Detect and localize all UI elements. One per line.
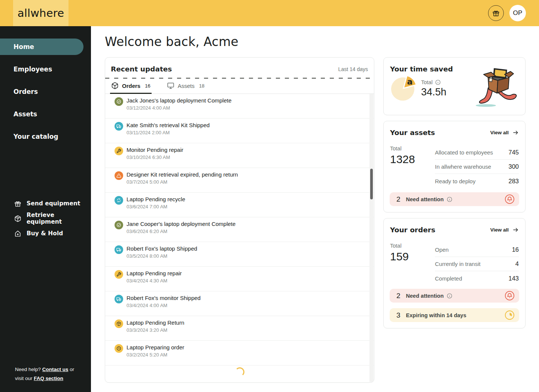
- updates-scrollbar-track[interactable]: [369, 94, 374, 382]
- alert-count: 2: [396, 195, 401, 203]
- alert-triangle-icon: [115, 171, 123, 180]
- recycle-icon: [115, 196, 123, 205]
- info-icon[interactable]: [447, 196, 453, 202]
- stat-label: Currently in transit: [435, 261, 481, 267]
- update-title: Designer Kit retrieval expired, pending …: [105, 168, 374, 178]
- sidebar-item-assets[interactable]: Assets: [0, 106, 91, 122]
- stat-value: 4: [515, 260, 519, 267]
- check-circle-icon: [115, 221, 123, 229]
- page-title: Welcome back, Acme: [105, 34, 238, 49]
- rewards-button[interactable]: [488, 5, 504, 21]
- update-timestamp: 03/11/2024 2:00 AM: [105, 128, 374, 135]
- update-title: Laptop Pending repair: [105, 267, 374, 276]
- stat-label: In allwhere warehouse: [435, 163, 491, 170]
- sidebar-item-label: Employees: [13, 65, 52, 73]
- alerts: 2 Need attention: [390, 192, 519, 206]
- avatar-initials: OP: [513, 9, 522, 17]
- time-saved-pie-chart: a: [389, 73, 418, 102]
- tab-orders[interactable]: Orders 16: [110, 78, 152, 94]
- view-all-link[interactable]: View all: [490, 129, 519, 136]
- recent-updates-title: Recent updates: [111, 65, 172, 73]
- total-label: Total: [390, 146, 402, 151]
- update-timestamp: 03/4/2024 4:00 AM: [105, 301, 374, 308]
- update-timestamp: 03/5/2024 8:00 AM: [105, 252, 374, 259]
- card-title: Your assets: [390, 129, 435, 137]
- update-title: Laptop Pending recycle: [105, 193, 374, 202]
- stat-row: Open 16: [435, 243, 519, 257]
- stat-value: 143: [508, 275, 519, 282]
- stat-value: 283: [508, 178, 519, 185]
- brand-logo-text: allwhere: [18, 7, 64, 19]
- update-list-item[interactable]: Monitor Pending repair 03/10/2024 6:30 A…: [105, 143, 374, 168]
- bell-icon: [505, 194, 515, 204]
- alert-pill-need-attention[interactable]: 2 Need attention: [390, 289, 519, 303]
- update-timestamp: 03/2/2024 5:20 AM: [105, 350, 374, 358]
- info-icon[interactable]: [435, 79, 441, 85]
- timer-icon: [505, 310, 515, 320]
- updates-scrollbar-thumb[interactable]: [370, 169, 373, 199]
- update-list-item[interactable]: Designer Kit retrieval expired, pending …: [105, 168, 374, 193]
- update-list-item[interactable]: Laptop Preparing order 03/2/2024 5:20 AM: [105, 341, 374, 365]
- update-list-item[interactable]: Robert Fox's laptop Shipped 03/5/2024 8:…: [105, 242, 374, 267]
- stat-label: Allocated to employees: [435, 149, 493, 156]
- alert-pill-expiring-within-14-days[interactable]: 3 Expiring within 14 days: [390, 308, 519, 322]
- update-timestamp: 03/6/2024 7:00 AM: [105, 202, 374, 209]
- stats-table: Allocated to employees 745 In allwhere w…: [435, 146, 519, 188]
- help-prefix: Need help?: [15, 367, 41, 372]
- alert-pill-need-attention[interactable]: 2 Need attention: [390, 192, 519, 206]
- alert-label-text: Expiring within 14 days: [406, 312, 466, 318]
- alert-count: 3: [396, 311, 401, 319]
- view-all-link[interactable]: View all: [490, 227, 519, 233]
- stat-label: Ready to deploy: [435, 178, 475, 184]
- update-list-item[interactable]: Kate Smith's retrieval Kit Shipped 03/11…: [105, 119, 374, 143]
- update-list-item[interactable]: Laptop Pending recycle 03/6/2024 7:00 AM: [105, 193, 374, 217]
- wrench-icon: [115, 147, 123, 155]
- sidebar-item-employees[interactable]: Employees: [0, 61, 91, 77]
- time-saved-value: 34.5h: [421, 86, 447, 98]
- sidebar-action-send-equipment[interactable]: Send equipment: [0, 196, 91, 211]
- time-saved-title: Your time saved: [390, 65, 453, 73]
- stat-row: Ready to deploy 283: [435, 174, 519, 188]
- sidebar-item-home[interactable]: Home: [0, 39, 83, 55]
- sidebar-item-label: Orders: [13, 88, 38, 95]
- package-icon: [14, 215, 21, 222]
- total-value: 1328: [390, 153, 435, 166]
- clock-icon: [115, 344, 123, 353]
- update-title: Laptop Preparing order: [105, 341, 374, 350]
- avatar[interactable]: OP: [509, 5, 526, 21]
- alert-label: Expiring within 14 days: [406, 312, 466, 318]
- view-all-label: View all: [490, 227, 509, 233]
- check-circle-icon: [115, 97, 123, 106]
- sidebar-item-your-catalog[interactable]: Your catalog: [0, 128, 91, 145]
- update-list-item[interactable]: Robert Fox's monitor Shipped 03/4/2024 4…: [105, 291, 374, 316]
- truck-icon: [115, 122, 123, 131]
- contact-us-link[interactable]: Contact us: [42, 367, 68, 372]
- updates-list: Jack Jones's laptop deployment Complete …: [105, 94, 374, 382]
- stat-row: Completed 143: [435, 271, 519, 285]
- sidebar-action-buy-hold[interactable]: Buy & Hold: [0, 226, 91, 241]
- card-title: Your orders: [390, 226, 435, 234]
- brand-logo[interactable]: allwhere: [13, 0, 68, 26]
- tab-assets[interactable]: Assets 18: [166, 78, 205, 94]
- main-content: Welcome back, Acme Recent updates Last 1…: [91, 26, 539, 392]
- sidebar-action-retrieve-equipment[interactable]: Retrieve equipment: [0, 211, 91, 226]
- update-list-item[interactable]: Laptop Pending repair 03/4/2024 4:30 AM: [105, 267, 374, 291]
- stat-value: 16: [512, 246, 519, 253]
- update-title: Laptop Pending Return: [105, 316, 374, 326]
- update-timestamp: 03/4/2024 4:30 AM: [105, 276, 374, 284]
- update-list-item[interactable]: Jane Cooper's laptop deployment Complete…: [105, 217, 374, 242]
- update-list-item[interactable]: Jack Jones's laptop deployment Complete …: [105, 94, 374, 119]
- sidebar-item-orders[interactable]: Orders: [0, 83, 91, 100]
- loading-spinner: [235, 367, 244, 377]
- update-timestamp: 03/6/2024 6:20 AM: [105, 227, 374, 234]
- update-timestamp: 03/12/2024 4:00 AM: [105, 104, 374, 111]
- stat-label: Completed: [435, 275, 462, 282]
- faq-link[interactable]: FAQ section: [34, 376, 63, 381]
- action-label: Buy & Hold: [27, 230, 63, 237]
- home-plus-icon: [14, 230, 21, 237]
- sidebar-item-label: Assets: [13, 110, 37, 118]
- info-icon[interactable]: [447, 293, 453, 299]
- date-range-label: Last 14 days: [338, 66, 368, 72]
- truck-icon: [115, 245, 123, 254]
- update-list-item[interactable]: Laptop Pending Return 03/3/2024 3:20 AM: [105, 316, 374, 341]
